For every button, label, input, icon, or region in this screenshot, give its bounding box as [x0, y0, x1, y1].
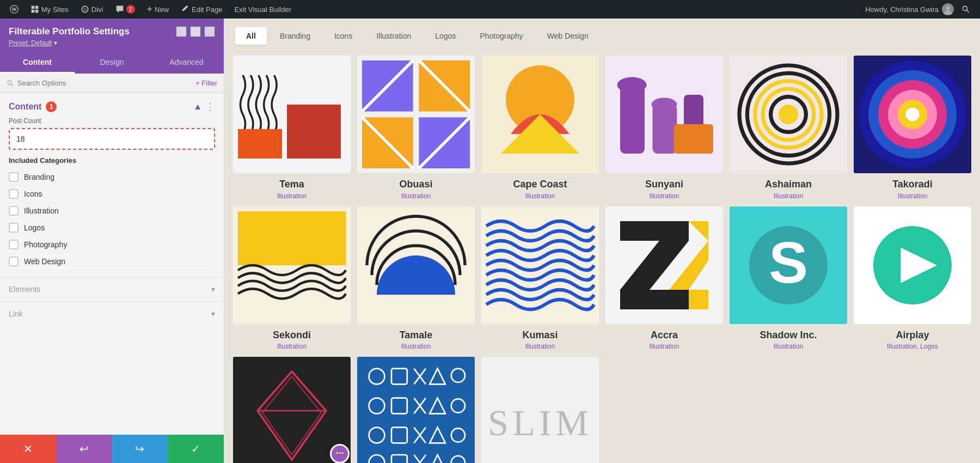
- exit-builder-button[interactable]: Exit Visual Builder: [230, 0, 296, 19]
- portfolio-name-tema: Tema: [233, 179, 351, 191]
- collapse-button[interactable]: ▲: [193, 102, 202, 112]
- category-checkbox-photography[interactable]: [9, 240, 19, 249]
- floating-dot-ombra[interactable]: ···: [330, 444, 350, 463]
- bottom-bar: ✕ ↩ ↪ ✓: [0, 435, 224, 463]
- filter-tabs: All Branding Icons Illustration Logos Ph…: [224, 19, 980, 52]
- category-label-logos[interactable]: Logos: [24, 223, 45, 232]
- tab-content[interactable]: Content: [0, 52, 75, 74]
- responsive-icon[interactable]: [176, 26, 187, 37]
- svg-text:S: S: [769, 229, 808, 295]
- filter-tab-all[interactable]: All: [235, 27, 267, 45]
- comments-button[interactable]: 2: [111, 0, 139, 19]
- divi-button[interactable]: D Divi: [76, 0, 108, 19]
- svg-rect-24: [238, 129, 282, 159]
- portfolio-item-tema[interactable]: Tema Illustration: [230, 52, 354, 203]
- svg-point-51: [779, 105, 798, 124]
- category-checkbox-webdesign[interactable]: [9, 257, 19, 266]
- panel-title-row: Filterable Portfolio Settings: [9, 26, 215, 37]
- portfolio-item-sekondi[interactable]: Sekondi Illustration: [230, 203, 354, 354]
- portfolio-item-ashaiman[interactable]: Ashaiman Illustration: [726, 52, 850, 203]
- exit-builder-label: Exit Visual Builder: [234, 5, 291, 14]
- portfolio-name-obuasi: Obuasi: [357, 179, 475, 191]
- svg-point-42: [652, 98, 677, 111]
- svg-line-22: [11, 84, 13, 86]
- category-checkbox-illustration[interactable]: [9, 206, 19, 216]
- portfolio-item-takoradi[interactable]: Takoradi Illustration: [850, 52, 975, 203]
- portfolio-item-tamale[interactable]: Tamale Illustration: [354, 203, 478, 354]
- category-label-branding[interactable]: Branding: [24, 173, 54, 181]
- portfolio-cat-cape: Illustration: [481, 192, 599, 200]
- portfolio-item-airplay[interactable]: Airplay Illustration, Logos: [850, 203, 975, 354]
- portfolio-item-lineset[interactable]: Line Icon Set Illustration, Web: [354, 354, 478, 463]
- post-count-field: Post Count: [0, 117, 224, 156]
- portfolio-cat-kumasi: Illustration: [481, 343, 599, 350]
- portfolio-cat-accra: Illustration: [605, 343, 723, 350]
- category-checkbox-icons[interactable]: [9, 189, 19, 199]
- cancel-button[interactable]: ✕: [0, 435, 56, 463]
- panel-header: Filterable Portfolio Settings Preset: De…: [0, 19, 224, 52]
- portfolio-thumb-obuasi: [357, 56, 475, 173]
- portfolio-item-shadow[interactable]: S Shadow Inc. Illustration: [726, 203, 850, 354]
- user-avatar[interactable]: [942, 3, 954, 15]
- portfolio-item-sunyani[interactable]: Sunyani Illustration: [602, 52, 726, 203]
- svg-rect-3: [35, 6, 39, 9]
- undo-button[interactable]: ↩: [56, 435, 112, 463]
- filter-button[interactable]: + Filter: [195, 79, 217, 87]
- comments-badge: 2: [126, 5, 135, 14]
- search-input[interactable]: [17, 79, 192, 87]
- save-button[interactable]: ✓: [168, 435, 224, 463]
- portfolio-item-kumasi[interactable]: Kumasi Illustration: [478, 203, 602, 354]
- categories-section: Included Categories Branding Icons Illus…: [0, 156, 224, 277]
- portfolio-thumb-kumasi: [481, 206, 599, 324]
- more-icon[interactable]: [204, 26, 215, 37]
- portfolio-item-accra[interactable]: Accra Illustration: [602, 203, 726, 354]
- portfolio-item-slim[interactable]: SLIM Slim Font Illustration, Web: [478, 354, 602, 463]
- svg-rect-11: [177, 29, 185, 34]
- panel-preset[interactable]: Preset: Default ▾: [9, 39, 215, 47]
- portfolio-item-ombra[interactable]: ··· Ombra Branding Illustration: [230, 354, 354, 463]
- portfolio-item-obuasi[interactable]: Obuasi Illustration: [354, 52, 478, 203]
- category-checkbox-branding[interactable]: [9, 172, 19, 182]
- category-label-illustration[interactable]: Illustration: [24, 206, 59, 215]
- svg-point-9: [963, 6, 967, 10]
- category-label-icons[interactable]: Icons: [24, 190, 42, 198]
- grid-icon[interactable]: [190, 26, 201, 37]
- portfolio-cat-tema: Illustration: [233, 192, 351, 200]
- new-button[interactable]: + New: [143, 0, 174, 19]
- filter-tab-logos[interactable]: Logos: [424, 27, 467, 45]
- category-label-photography[interactable]: Photography: [24, 240, 67, 249]
- svg-point-41: [617, 77, 647, 93]
- filter-tab-photography[interactable]: Photography: [469, 27, 534, 45]
- filter-tab-icons[interactable]: Icons: [323, 27, 363, 45]
- search-icon: [7, 80, 14, 87]
- portfolio-cat-takoradi: Illustration: [854, 192, 971, 200]
- svg-point-21: [8, 81, 11, 84]
- category-label-webdesign[interactable]: Web Design: [24, 257, 65, 266]
- post-count-input-wrap: [9, 128, 215, 150]
- elements-section[interactable]: Elements ▾: [0, 277, 224, 301]
- post-count-input[interactable]: [11, 130, 213, 148]
- category-item-branding: Branding: [9, 169, 215, 186]
- category-item-logos: Logos: [9, 220, 215, 236]
- portfolio-name-airplay: Airplay: [854, 330, 971, 342]
- portfolio-thumb-airplay: [854, 206, 971, 324]
- tab-design[interactable]: Design: [75, 52, 149, 74]
- category-checkbox-logos[interactable]: [9, 223, 19, 233]
- section-controls: ▲ ⋮: [193, 101, 215, 113]
- filter-tab-webdesign[interactable]: Web Design: [536, 27, 599, 45]
- undo-icon: ↩: [79, 442, 89, 455]
- link-chevron: ▾: [211, 309, 215, 318]
- category-item-webdesign: Web Design: [9, 253, 215, 270]
- redo-button[interactable]: ↪: [112, 435, 168, 463]
- edit-page-button[interactable]: Edit Page: [176, 0, 226, 19]
- admin-search-button[interactable]: [957, 0, 975, 19]
- filter-tab-illustration[interactable]: Illustration: [365, 27, 422, 45]
- tab-advanced[interactable]: Advanced: [149, 52, 224, 74]
- section-more-button[interactable]: ⋮: [205, 101, 215, 113]
- my-sites-button[interactable]: My Sites: [26, 0, 73, 19]
- svg-point-58: [905, 107, 919, 121]
- portfolio-item-cape[interactable]: Cape Coast Illustration: [478, 52, 602, 203]
- link-section[interactable]: Link ▾: [0, 301, 224, 326]
- wp-logo-button[interactable]: W: [5, 0, 23, 19]
- filter-tab-branding[interactable]: Branding: [269, 27, 321, 45]
